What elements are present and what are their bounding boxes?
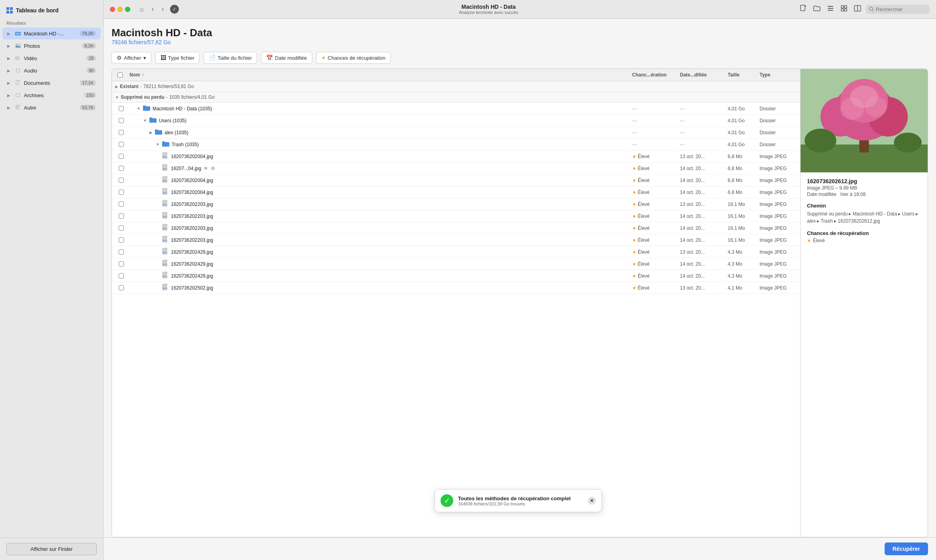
row-type-cell: Image JPEG: [757, 176, 797, 185]
jpeg-file-icon: JPEG: [162, 212, 168, 220]
chevron-row-icon: ▶: [149, 130, 153, 135]
filter-taille-button[interactable]: 📄 Taille du fichier: [204, 52, 257, 64]
find-finder-button[interactable]: Afficher sur Finder: [6, 543, 97, 555]
jpeg-file-icon: JPEG: [162, 272, 168, 280]
filter-chances-button[interactable]: ★ Chances de récupération: [316, 52, 391, 64]
header-type[interactable]: Type: [757, 69, 797, 81]
row-checkbox[interactable]: [119, 202, 124, 207]
header-chances[interactable]: Chanc...ération: [630, 69, 678, 81]
table-row[interactable]: JPEG 1620736202004.jpg ★ Élevé 14 oct. 2…: [112, 186, 800, 198]
sidebar-item-audio[interactable]: ▶ Audio 90: [2, 65, 101, 76]
preview-date-value: hier à 18:08: [840, 192, 866, 197]
select-all-checkbox[interactable]: [117, 72, 123, 78]
row-checkbox[interactable]: [119, 261, 124, 266]
table-row[interactable]: JPEG 16207...04.jpg 👁 ⚙ ★ Élevé 14 oct. …: [112, 163, 800, 174]
table-row[interactable]: JPEG 1620736202004.jpg ★ Élevé 13 oct. 2…: [112, 151, 800, 163]
row-checkbox[interactable]: [119, 237, 124, 243]
table-row[interactable]: JPEG 1620736202004.jpg ★ Élevé 14 oct. 2…: [112, 174, 800, 186]
svg-rect-13: [16, 83, 18, 84]
sidebar-item-macintosh[interactable]: ▶ Macintosh HD -... 79,2K: [2, 27, 101, 39]
sidebar-item-archives[interactable]: ▶ Archives 150: [2, 89, 101, 101]
sidebar-item-label-documents: Documents: [24, 80, 77, 86]
row-size-cell: 16,1 Mo: [725, 212, 757, 221]
table-row[interactable]: JPEG 1620736202203.jpg ★ Élevé 14 oct. 2…: [112, 234, 800, 246]
row-checkbox[interactable]: [119, 154, 124, 159]
traffic-light-yellow[interactable]: [117, 7, 123, 12]
toast-close-button[interactable]: ✕: [588, 497, 596, 505]
filter-type-fichier-button[interactable]: 🖼 Type fichier: [155, 52, 200, 64]
row-checkbox[interactable]: [119, 225, 124, 231]
row-checkbox[interactable]: [119, 130, 124, 135]
table-row[interactable]: ▼ Macintosh HD - Data (1035) — — 4,01 Go…: [112, 103, 800, 115]
sidebar-item-documents[interactable]: ▶ Documents 17,1K: [2, 77, 101, 89]
table-row[interactable]: JPEG 1620736202502.jpg ★ Élevé 13 oct. 2…: [112, 282, 800, 294]
row-checkbox-cell: [115, 202, 127, 207]
svg-text:JPEG: JPEG: [163, 156, 167, 158]
row-checkbox[interactable]: [119, 106, 124, 111]
toast-text: Toutes les méthodes de récupération comp…: [458, 495, 571, 506]
row-checkbox[interactable]: [119, 166, 124, 171]
row-checkbox-cell: [115, 249, 127, 255]
table-row[interactable]: JPEG 1620736202429.jpg ★ Élevé 13 oct. 2…: [112, 246, 800, 258]
list-view-button[interactable]: [825, 3, 836, 15]
group-supprime[interactable]: ▼ Supprimé ou perdu - 1035 fichiers/4,01…: [112, 92, 800, 103]
header-checkbox: [115, 69, 127, 81]
recover-button[interactable]: Récupérer: [885, 542, 928, 555]
svg-rect-26: [841, 9, 844, 11]
table-row[interactable]: ▼ Trash (1035) — — 4,01 Go Dossier: [112, 139, 800, 151]
preview-chance-value: ★ Élevé: [807, 238, 921, 243]
nav-home-button[interactable]: ⌂: [138, 5, 145, 14]
row-checkbox-cell: [115, 225, 127, 231]
sidebar-items: ▶ Macintosh HD -... 79,2K ▶ Photos 8,2K …: [0, 27, 103, 538]
nav-forward-button[interactable]: ›: [160, 5, 165, 14]
jpeg-file-icon: JPEG: [162, 260, 168, 268]
folder-icon: [143, 105, 150, 112]
split-view-button[interactable]: [852, 3, 863, 15]
svg-marker-10: [19, 80, 20, 81]
traffic-light-green[interactable]: [125, 7, 130, 12]
table-row[interactable]: JPEG 1620736202429.jpg ★ Élevé 14 oct. 2…: [112, 258, 800, 270]
table-row[interactable]: ▼ Users (1035) — — 4,01 Go Dossier: [112, 115, 800, 127]
sidebar-section-label: Résultats: [0, 18, 103, 27]
table-row[interactable]: JPEG 1620736202203.jpg ★ Élevé 14 oct. 2…: [112, 222, 800, 234]
table-row[interactable]: JPEG 1620736202203.jpg ★ Élevé 13 oct. 2…: [112, 198, 800, 210]
table-row[interactable]: ▶ alex (1035) — — 4,01 Go Dossier: [112, 127, 800, 139]
header-date[interactable]: Date...difiée: [678, 69, 725, 81]
row-checkbox[interactable]: [119, 249, 124, 255]
header-taille[interactable]: Taille: [725, 69, 757, 81]
filter-afficher-button[interactable]: ⚙ Afficher ▾: [112, 52, 151, 64]
new-folder-button[interactable]: [812, 3, 822, 15]
video-icon: [14, 55, 22, 62]
group-existant[interactable]: ▶ Existant - 78211 fichiers/53,81 Go: [112, 81, 800, 92]
row-checkbox[interactable]: [119, 273, 124, 278]
grid-view-button[interactable]: [839, 3, 849, 15]
drive-icon: [14, 30, 22, 37]
toast-title: Toutes les méthodes de récupération comp…: [458, 495, 571, 501]
row-checkbox[interactable]: [119, 118, 124, 123]
table-row[interactable]: JPEG 1620736202203.jpg ★ Élevé 14 oct. 2…: [112, 210, 800, 222]
row-size-cell: 4,01 Go: [725, 116, 757, 125]
header-nom[interactable]: Nom ↑: [127, 69, 630, 81]
new-file-button[interactable]: [798, 3, 809, 15]
row-checkbox-cell: [115, 273, 127, 278]
svg-rect-2: [15, 43, 21, 48]
row-checkbox[interactable]: [119, 178, 124, 183]
row-date-cell: 14 oct. 20...: [678, 260, 725, 268]
chevron-icon: ▶: [7, 31, 12, 36]
row-checkbox[interactable]: [119, 142, 124, 147]
row-date-cell: 14 oct. 20...: [678, 236, 725, 245]
sidebar-item-photos[interactable]: ▶ Photos 8,2K: [2, 40, 101, 52]
row-checkbox[interactable]: [119, 213, 124, 219]
filter-date-button[interactable]: 📅 Date modifiée: [261, 52, 312, 64]
nav-back-button[interactable]: ‹: [150, 5, 155, 14]
row-checkbox[interactable]: [119, 190, 124, 195]
star-icon: ★: [807, 238, 811, 243]
jpeg-file-icon: JPEG: [162, 200, 168, 208]
sidebar-item-video[interactable]: ▶ Vidéo 28: [2, 52, 101, 64]
traffic-light-red[interactable]: [110, 7, 115, 12]
search-input[interactable]: [876, 6, 924, 12]
table-row[interactable]: JPEG 1620736202429.jpg ★ Élevé 14 oct. 2…: [112, 270, 800, 282]
row-checkbox[interactable]: [119, 285, 124, 290]
sidebar-item-autre[interactable]: ▶ Autre 53,7K: [2, 102, 101, 114]
row-chance-cell: ★ Élevé: [630, 200, 678, 209]
